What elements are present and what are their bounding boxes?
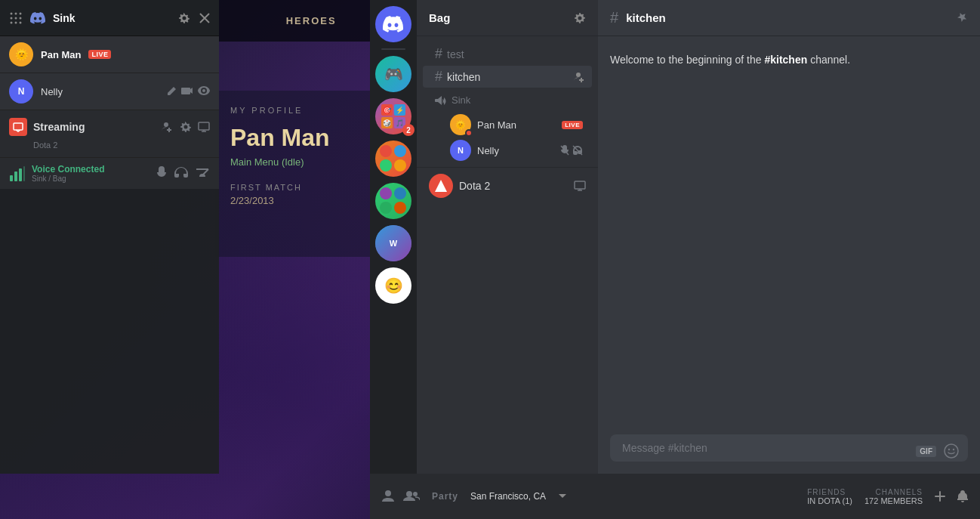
voice-channel-sink: Sink 🌞 Pan Man LIVE N Nelly (423, 88, 592, 166)
streaming-title: Streaming (33, 121, 156, 133)
location-dropdown-icon[interactable] (558, 493, 567, 499)
channel-sidebar: Bag # test # kitchen (417, 0, 598, 474)
channel-test[interactable]: # test (423, 43, 592, 65)
server-settings-icon[interactable] (574, 12, 586, 24)
channel-sidebar-header[interactable]: Bag (417, 0, 598, 36)
nelly-row[interactable]: N Nelly (0, 73, 219, 110)
discord-panel: Sink 🌞 Pan Man LIVE N Nelly (0, 0, 219, 474)
mic-icon[interactable] (156, 166, 168, 181)
edit-icon (166, 86, 177, 97)
voice-connected-title: Voice Connected (32, 164, 149, 175)
chat-header: # kitchen (598, 0, 980, 36)
live-badge: LIVE (88, 50, 111, 59)
server-5[interactable]: W (375, 225, 411, 261)
dota-name: Dota 2 (459, 180, 568, 192)
friends-bottom: FRIENDS IN DOTA (1) (807, 488, 852, 505)
svg-point-20 (953, 449, 954, 450)
discord-icon (30, 12, 45, 24)
speaker-icon (435, 95, 447, 106)
server-divider (381, 48, 405, 50)
pan-man-voice-avatar: 🌞 (450, 114, 471, 135)
party-section (382, 490, 420, 503)
settings-icon[interactable] (178, 12, 190, 24)
voice-nelly-name: Nelly (477, 145, 554, 156)
nav-heroes[interactable]: HEROES (286, 15, 337, 26)
svg-point-0 (11, 12, 13, 14)
welcome-message: Welcome to the beginning of the #kitchen… (610, 51, 968, 68)
nelly-avatar: N (9, 79, 33, 103)
streaming-subtitle: Dota 2 (33, 141, 210, 150)
streaming-game-icon (9, 118, 27, 136)
streaming-settings-icon[interactable] (180, 121, 192, 133)
svg-point-5 (20, 17, 22, 19)
notifications-icon[interactable] (957, 490, 968, 502)
svg-point-3 (11, 17, 13, 19)
add-friend-icon[interactable] (162, 122, 174, 132)
chat-input-area: GIF (598, 428, 980, 474)
pan-man-name: Pan Man (41, 49, 81, 60)
add-channel-icon[interactable] (935, 491, 945, 502)
streaming-section: Streaming Dota 2 (0, 110, 219, 158)
nelly-name: Nelly (41, 86, 159, 97)
voice-user-nelly[interactable]: N Nelly (447, 137, 586, 163)
svg-point-2 (20, 12, 22, 14)
chat-area: # kitchen Welcome to the beginning of th… (598, 0, 980, 474)
members-label: 172 MEMBERS (864, 496, 923, 505)
voice-connected-subtitle: Sink / Bag (32, 175, 149, 183)
svg-point-18 (945, 444, 958, 458)
dota-2-entry[interactable]: Dota 2 (417, 167, 598, 204)
chat-input[interactable] (610, 434, 968, 462)
voice-pan-man-name: Pan Man (477, 119, 556, 131)
pan-man-row[interactable]: 🌞 Pan Man LIVE (0, 36, 219, 73)
bottom-right: FRIENDS IN DOTA (1) CHANNELS 172 MEMBERS (807, 488, 968, 505)
dota-stream-icon[interactable] (574, 181, 586, 191)
server-6[interactable]: 😊 (375, 267, 411, 304)
svg-rect-17 (575, 181, 585, 189)
friends-bottom-label: FRIENDS (807, 488, 852, 496)
voice-channel-sink-header[interactable]: Sink (435, 91, 586, 109)
server-2[interactable]: 🎯 ⚡ 🎲 🎵 2 (375, 98, 411, 134)
add-member-icon[interactable] (574, 72, 586, 82)
panel-title: Sink (53, 12, 171, 24)
svg-point-21 (406, 491, 412, 497)
discord-home-button[interactable] (375, 6, 411, 42)
voice-user-pan-man[interactable]: 🌞 Pan Man LIVE (447, 112, 586, 137)
emoji-icon[interactable] (944, 443, 959, 459)
group-icon[interactable] (403, 490, 420, 502)
grid-icon[interactable] (9, 11, 23, 25)
server-1[interactable]: 🎮 (375, 56, 411, 92)
deafen-icon (572, 145, 583, 156)
add-friends-icon[interactable] (382, 490, 397, 503)
voice-channel-users: 🌞 Pan Man LIVE N Nelly (447, 112, 586, 163)
server-4[interactable] (375, 183, 411, 219)
eye-icon[interactable] (198, 86, 210, 95)
chat-input-icons: GIF (916, 443, 959, 459)
svg-rect-12 (14, 171, 17, 181)
nelly-icons (166, 86, 210, 97)
stream-monitor-icon[interactable] (198, 122, 210, 132)
channel-list: # test # kitchen Sink (417, 36, 598, 474)
pin-icon[interactable] (951, 8, 970, 27)
channels-bottom: CHANNELS 172 MEMBERS (864, 488, 923, 505)
headphones-icon[interactable] (174, 166, 189, 178)
pan-man-avatar: 🌞 (9, 42, 33, 66)
nelly-voice-icons (560, 145, 583, 156)
close-icon[interactable] (199, 13, 210, 23)
channels-label: CHANNELS (876, 488, 923, 496)
channel-kitchen-name: kitchen (447, 71, 480, 83)
channel-kitchen[interactable]: # kitchen (423, 66, 592, 88)
chat-channel-name: kitchen (626, 11, 666, 24)
gif-button[interactable]: GIF (916, 446, 936, 457)
server-3[interactable] (375, 141, 411, 177)
kitchen-hash-icon: # (435, 69, 442, 85)
panel-header: Sink (0, 0, 219, 36)
svg-rect-13 (19, 168, 22, 181)
svg-rect-10 (199, 122, 209, 130)
server-sidebar: 🎮 🎯 ⚡ 🎲 🎵 2 W (370, 0, 417, 474)
camera-slash-icon (181, 86, 193, 97)
nelly-voice-avatar: N (450, 140, 471, 161)
disconnect-icon[interactable] (195, 166, 210, 178)
voice-quality-icon (9, 166, 26, 181)
svg-point-22 (413, 492, 418, 496)
dota-icon (429, 174, 453, 198)
